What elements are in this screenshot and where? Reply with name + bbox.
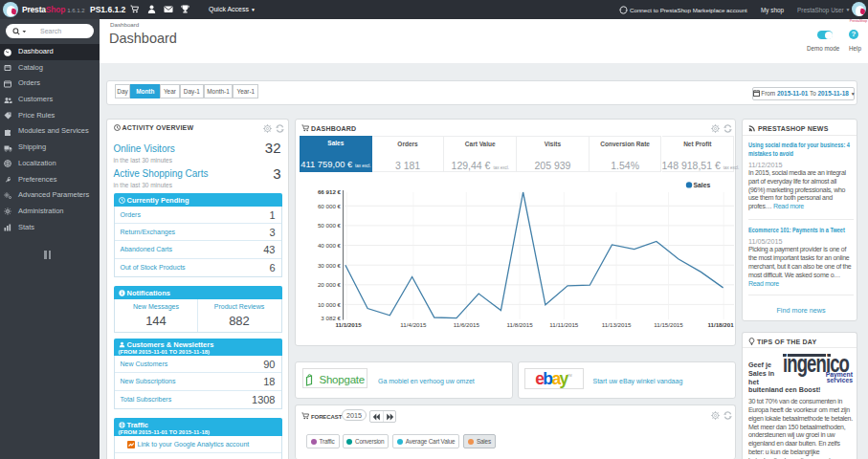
svg-text:Sales: Sales [694,182,711,188]
svg-text:11/13/2015: 11/13/2015 [602,321,632,328]
svg-text:60 000 €: 60 000 € [318,203,342,209]
svg-text:3 082 €: 3 082 € [321,315,341,321]
svg-text:11/4/2015: 11/4/2015 [400,321,427,328]
svg-text:11/15/2015: 11/15/2015 [654,321,683,328]
svg-text:11/18/201: 11/18/201 [707,321,734,328]
svg-text:50 000 €: 50 000 € [318,222,342,229]
svg-text:30 000 €: 30 000 € [318,262,342,269]
svg-text:11/1/2015: 11/1/2015 [335,321,362,328]
svg-text:20 000 €: 20 000 € [318,281,342,288]
svg-text:11/11/2015: 11/11/2015 [549,321,579,328]
svg-text:11/6/2015: 11/6/2015 [454,321,480,328]
svg-text:66 912 €: 66 912 € [318,188,342,195]
svg-text:11/8/2015: 11/8/2015 [507,321,534,328]
svg-text:40 000 €: 40 000 € [318,242,342,249]
svg-text:10 000 €: 10 000 € [318,301,342,308]
